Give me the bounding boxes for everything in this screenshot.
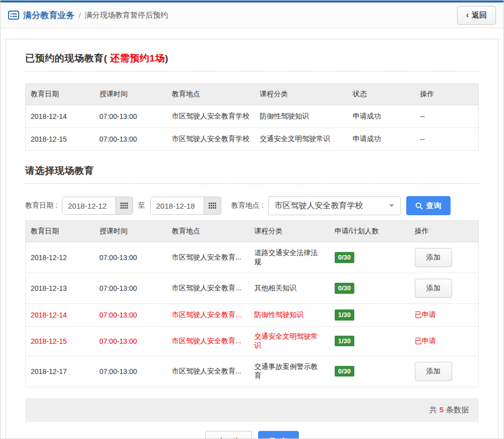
previous-step-button[interactable]: 上一步 (205, 431, 252, 439)
booked-title-prefix: 已预约的现场教育( (25, 53, 107, 64)
total-suffix: 条数据 (446, 405, 469, 414)
column-header: 操作 (415, 84, 479, 105)
back-button[interactable]: ‹ 返回 (457, 6, 496, 25)
cell-place: 市区驾驶人安全教育... (167, 242, 249, 273)
available-table-header-row: 教育日期授课时间教育地点课程分类申请/计划人数操作 (26, 221, 479, 242)
total-prefix: 共 (429, 405, 437, 414)
add-button[interactable]: 添加 (415, 279, 452, 298)
column-header: 教育地点 (167, 221, 249, 242)
cell-date: 2018-12-14 (26, 304, 95, 327)
available-session-row: 2018-12-1307:00-13:00市区驾驶人安全教育...其他相关知识0… (26, 273, 479, 304)
add-button[interactable]: 添加 (415, 248, 452, 267)
save-button[interactable]: 保 存 (258, 431, 298, 439)
cell-place: 市区驾驶人安全教育... (167, 356, 249, 387)
date-to-input[interactable] (151, 197, 204, 214)
cell-course: 其他相关知识 (249, 273, 330, 304)
add-button[interactable]: 添加 (415, 362, 452, 381)
cell-place: 市区驾驶人安全教育... (167, 304, 249, 327)
breadcrumb-root-link[interactable]: 满分教育业务 (23, 10, 75, 21)
location-label: 教育地点 : (231, 201, 264, 210)
booked-session-row: 2018-12-1407:00-13:00市区驾驶人安全教育学校防御性驾驶知识申… (26, 105, 479, 128)
chevron-down-icon (389, 204, 394, 207)
list-form-icon (8, 11, 19, 20)
filter-bar: 教育日期 : 至 (25, 196, 479, 215)
column-header: 教育日期 (26, 84, 95, 105)
booked-session-row: 2018-12-1507:00-13:00市区驾驶人安全教育学校交通安全文明驾驶… (26, 128, 479, 151)
cell: 2018-12-15 (26, 128, 95, 151)
booked-table: 教育日期授课时间教育地点课程分类状态操作 2018-12-1407:00-13:… (25, 83, 479, 151)
column-header: 课程分类 (255, 84, 347, 105)
booked-title-suffix: ) (165, 53, 168, 64)
column-header: 教育地点 (167, 84, 255, 105)
available-table-body: 2018-12-1207:00-13:00市区驾驶人安全教育...道路交通安全法… (26, 242, 479, 387)
cell: -- (415, 105, 479, 128)
location-select-value: 市区驾驶人安全教育学校 (275, 201, 363, 211)
cell-quota: 0/30 (330, 242, 410, 273)
column-header: 授课时间 (94, 221, 167, 242)
cell-time: 07:00-13:00 (94, 304, 167, 327)
cell-course: 交通事故案例警示教育 (249, 356, 330, 387)
cell: 2018-12-14 (26, 105, 95, 128)
back-button-label: 返回 (472, 11, 487, 20)
calendar-picker-button-to[interactable] (204, 197, 221, 214)
quota-badge: 1/30 (335, 309, 354, 321)
table-footer: 共5条数据 (25, 398, 479, 422)
cell-action: 已申请 (410, 304, 479, 327)
calendar-grid-icon (209, 203, 216, 209)
search-button[interactable]: 查询 (406, 196, 451, 215)
available-sessions-table: 教育日期授课时间教育地点课程分类申请/计划人数操作 2018-12-1207:0… (25, 220, 479, 387)
cell: -- (415, 128, 479, 151)
column-header: 状态 (348, 84, 415, 105)
dashed-divider (25, 71, 479, 72)
cell-date: 2018-12-12 (26, 242, 95, 273)
header: 满分教育业务 / 满分现场教育暂停后预约 ‹ 返回 (1, 3, 503, 28)
cell-time: 07:00-13:00 (94, 326, 167, 356)
total-count: 5 (439, 405, 444, 414)
cell-date: 2018-12-17 (26, 356, 95, 387)
cell-date: 2018-12-13 (26, 273, 95, 304)
cell: 07:00-13:00 (94, 105, 167, 128)
quota-badge: 0/30 (335, 366, 354, 377)
cell: 申请成功 (348, 105, 415, 128)
date-from-input[interactable] (62, 197, 115, 214)
cell-place: 市区驾驶人安全教育... (167, 326, 249, 356)
cell-action: 添加 (410, 273, 479, 304)
cell-quota: 0/30 (330, 273, 410, 304)
column-header: 授课时间 (94, 84, 167, 105)
cell-time: 07:00-13:00 (94, 242, 167, 273)
cell-action: 已申请 (410, 326, 479, 356)
applied-status: 已申请 (415, 310, 436, 319)
breadcrumb: 满分教育业务 / 满分现场教育暂停后预约 (8, 10, 168, 21)
cell-action: 添加 (410, 242, 479, 273)
booked-table-body: 2018-12-1407:00-13:00市区驾驶人安全教育学校防御性驾驶知识申… (26, 105, 479, 151)
cell: 07:00-13:00 (94, 128, 167, 151)
location-select[interactable]: 市区驾驶人安全教育学校 (268, 196, 401, 215)
cell-course: 道路交通安全法律法规 (249, 242, 330, 273)
booked-table-header-row: 教育日期授课时间教育地点课程分类状态操作 (26, 84, 479, 105)
column-header: 教育日期 (26, 221, 95, 242)
remaining-count-highlight: 还需预约1场 (107, 53, 165, 64)
action-bar: 上一步 保 存 (25, 431, 479, 439)
cell: 防御性驾驶知识 (255, 105, 347, 128)
breadcrumb-separator: / (79, 11, 81, 20)
cell-quota: 1/30 (330, 304, 410, 327)
cell-quota: 1/30 (330, 326, 410, 356)
booked-section-title: 已预约的现场教育( 还需预约1场) (25, 52, 479, 65)
cell-course: 防御性驾驶知识 (249, 304, 330, 327)
cell-quota: 0/30 (330, 356, 410, 387)
available-session-row: 2018-12-1407:00-13:00市区驾驶人安全教育...防御性驾驶知识… (26, 304, 479, 327)
column-header: 操作 (410, 221, 479, 242)
available-session-row: 2018-12-1507:00-13:00市区驾驶人安全教育...交通安全文明驾… (26, 326, 479, 356)
main-card: 已预约的现场教育( 还需预约1场) 教育日期授课时间教育地点课程分类状态操作 2… (6, 39, 498, 439)
cell-time: 07:00-13:00 (94, 273, 167, 304)
quota-badge: 1/30 (335, 336, 354, 347)
column-header: 课程分类 (249, 221, 330, 242)
applied-status: 已申请 (415, 337, 436, 345)
calendar-picker-button-from[interactable] (115, 197, 133, 214)
available-session-row: 2018-12-1707:00-13:00市区驾驶人安全教育...交通事故案例警… (26, 356, 479, 387)
quota-badge: 0/30 (335, 252, 354, 263)
cell-date: 2018-12-15 (26, 326, 95, 356)
breadcrumb-current: 满分现场教育暂停后预约 (85, 11, 168, 20)
date-to-group (150, 197, 221, 215)
calendar-grid-icon (120, 203, 128, 209)
